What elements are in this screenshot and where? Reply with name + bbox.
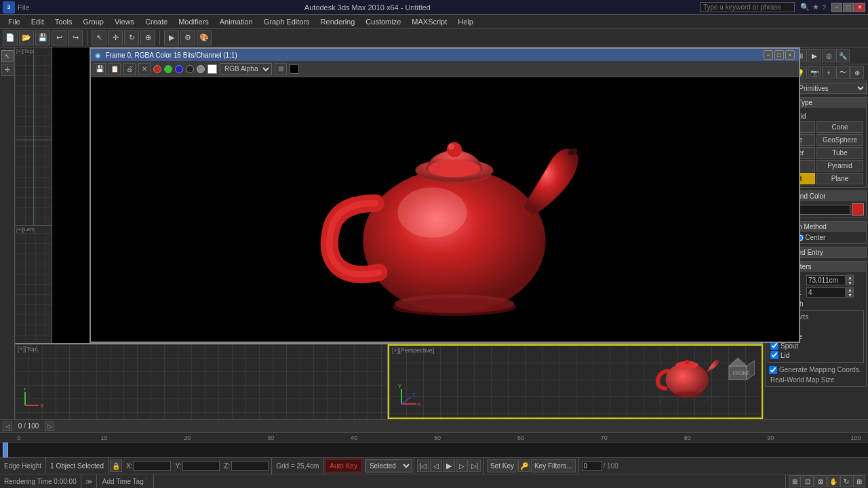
timeline-nav-back[interactable]: ◁ [3,422,12,431]
menu-item-modifiers[interactable]: Modifiers [173,16,214,27]
black-channel-dot[interactable] [186,65,194,73]
zoom-region-btn[interactable]: ⊡ [802,475,814,487]
render-close-btn[interactable]: × [785,50,795,60]
bottom-right-viewport[interactable]: [+][Perspective] FRONT [388,344,763,419]
menu-item-tools[interactable]: Tools [50,16,78,27]
set-key-btn[interactable]: Set Key [487,459,517,472]
gen-mapping-checkbox[interactable] [769,366,777,374]
menu-item-help[interactable]: Help [452,16,479,27]
z-coord-input[interactable] [231,461,269,471]
next-frame-btn[interactable]: ▷ [456,460,468,472]
search-input[interactable] [700,2,795,12]
lock-btn[interactable]: 🔒 [110,460,122,472]
motion-tab[interactable]: ▶ [808,49,821,62]
menu-item-file[interactable]: File [3,16,26,27]
selected-dropdown[interactable]: Selected [365,459,412,472]
pan-btn[interactable]: ✋ [827,475,840,487]
key-icon-btn[interactable]: 🔑 [518,460,530,472]
clear-btn[interactable]: ✕ [138,63,151,75]
material-editor-btn[interactable]: 🎨 [197,30,212,45]
maximize-button[interactable]: □ [843,3,854,12]
auto-key-btn[interactable]: Auto Key [325,459,362,472]
segments-input[interactable] [806,287,846,298]
red-channel-dot[interactable] [153,65,161,73]
key-filters-btn[interactable]: Key Filters... [531,459,576,472]
gray-channel-dot[interactable] [197,65,205,73]
obj-type-btn-cone[interactable]: Cone [816,121,863,133]
open-btn[interactable]: 📂 [19,30,34,45]
display-tab[interactable]: ◎ [822,49,835,62]
menu-item-animation[interactable]: Animation [214,16,258,27]
obj-type-btn-plane[interactable]: Plane [816,173,863,184]
menu-item-graph editors[interactable]: Graph Editors [258,16,315,27]
display-btn[interactable]: ⊞ [275,63,287,75]
search-icon[interactable]: 🔍 [800,3,810,12]
play-btn[interactable]: ▶ [443,460,455,472]
color-swatch[interactable] [852,203,864,216]
maxscript-mini[interactable]: ≫ [81,474,97,488]
part-checkbox-lid[interactable] [770,351,778,359]
obj-type-btn-pyramid[interactable]: Pyramid [816,160,863,171]
segments-up-btn[interactable]: ▲ [846,287,854,292]
go-end-btn[interactable]: ▷| [469,460,481,472]
new-btn[interactable]: 📄 [3,30,18,45]
minimize-button[interactable]: − [831,3,842,12]
undo-btn[interactable]: ↩ [52,30,66,45]
print-btn[interactable]: 🖨 [123,63,136,75]
redo-btn[interactable]: ↪ [68,30,83,45]
menu-item-edit[interactable]: Edit [26,16,50,27]
orbit-btn[interactable]: ↻ [840,475,852,487]
menu-item-create[interactable]: Create [140,16,173,27]
green-channel-dot[interactable] [164,65,172,73]
render-minimize-btn[interactable]: − [764,50,773,60]
help-icon[interactable]: ? [822,3,826,12]
current-frame-input[interactable] [582,461,602,471]
view-cube[interactable]: FRONT [721,352,755,386]
move-btn[interactable]: ✛ [108,30,123,45]
rotate-btn[interactable]: ↻ [124,30,139,45]
prev-frame-btn[interactable]: ◁ [430,460,442,472]
utilities-tab[interactable]: 🔧 [836,49,850,62]
x-coord-input[interactable] [134,461,171,471]
helpers-btn[interactable]: + [822,66,835,79]
render-btn[interactable]: ▶ [164,30,179,45]
maximize-vp-btn[interactable]: ⊞ [853,475,865,487]
menu-item-rendering[interactable]: Rendering [315,16,361,27]
scale-btn[interactable]: ⊕ [140,30,155,45]
close-button[interactable]: × [854,3,865,12]
save-render-btn[interactable]: 💾 [94,63,106,75]
menu-item-customize[interactable]: Customize [360,16,406,27]
obj-type-btn-geosphere[interactable]: GeoSphere [816,134,863,146]
segments-down-btn[interactable]: ▼ [846,292,854,298]
render-maximize-btn[interactable]: □ [774,50,784,60]
bottom-left-viewport[interactable]: [+][Top] X Y [15,344,388,419]
radius-up-btn[interactable]: ▲ [846,274,854,280]
menu-item-maxscript[interactable]: MAXScript [406,16,452,27]
radius-down-btn[interactable]: ▼ [846,280,854,285]
zoom-all-btn[interactable]: ⊠ [814,475,827,487]
spacewarps-btn[interactable]: 〜 [836,66,850,79]
timeline-position-indicator[interactable] [3,443,8,458]
radius-input[interactable] [806,275,846,285]
select-btn[interactable]: ↖ [92,30,106,45]
left-viewport[interactable]: [+][Top] [+][Left] [15,47,52,343]
y-coord-input[interactable] [182,461,220,471]
copy-render-btn[interactable]: 📋 [108,63,121,75]
move-tool[interactable]: ✛ [1,64,14,76]
cameras-btn[interactable]: 📷 [808,66,821,79]
add-time-tag-btn[interactable]: Add Time Tag ` [97,474,154,488]
render-setup-btn[interactable]: ⚙ [180,30,195,45]
menu-item-group[interactable]: Group [77,16,109,27]
obj-type-btn-tube[interactable]: Tube [816,147,863,159]
white-channel-dot[interactable] [208,64,217,74]
blue-channel-dot[interactable] [175,65,183,73]
systems-btn[interactable]: ⊕ [850,66,864,79]
select-tool[interactable]: ↖ [1,50,14,62]
go-start-btn[interactable]: |◁ [417,460,429,472]
timeline-nav-fwd[interactable]: ▷ [45,422,54,431]
star-icon[interactable]: ★ [812,3,819,12]
channel-select[interactable]: RGB AlphaRedGreenBlueAlphaLuminance [220,63,272,75]
center-radio-label[interactable]: Center [797,234,825,241]
save-btn[interactable]: 💾 [35,30,50,45]
zoom-extents-btn[interactable]: ⊞ [789,475,801,487]
